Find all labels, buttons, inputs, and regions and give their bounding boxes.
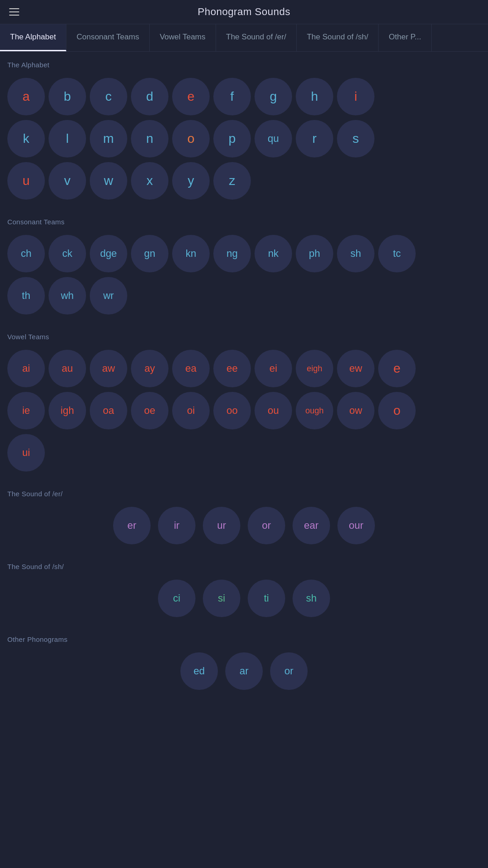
bubble-a[interactable]: a <box>7 78 45 115</box>
bubble-eigh[interactable]: eigh <box>296 350 333 387</box>
section-alphabet: The Alphabet a b c d e f g h i k l m n o… <box>7 61 481 200</box>
bubble-ay[interactable]: ay <box>131 350 168 387</box>
bubble-si[interactable]: si <box>203 580 240 617</box>
tab-alphabet[interactable]: The Alphabet <box>0 24 66 51</box>
tab-consonant-teams[interactable]: Consonant Teams <box>66 24 150 51</box>
section-sound-er-title: The Sound of /er/ <box>7 490 481 498</box>
bubble-x[interactable]: x <box>131 162 168 200</box>
menu-button[interactable] <box>9 8 19 16</box>
bubble-kn[interactable]: kn <box>172 235 210 272</box>
tab-sound-er[interactable]: The Sound of /er/ <box>216 24 297 51</box>
bubble-qu[interactable]: qu <box>255 120 292 157</box>
bubble-igh[interactable]: igh <box>49 392 86 429</box>
bubble-ed[interactable]: ed <box>180 652 218 690</box>
bubble-ou[interactable]: ou <box>255 392 292 429</box>
bubble-ph[interactable]: ph <box>296 235 333 272</box>
bubble-oo[interactable]: oo <box>213 392 251 429</box>
bubble-ch[interactable]: ch <box>7 235 45 272</box>
bubble-e[interactable]: e <box>172 78 210 115</box>
bubble-d[interactable]: d <box>131 78 168 115</box>
bubble-c[interactable]: c <box>90 78 127 115</box>
bubble-k[interactable]: k <box>7 120 45 157</box>
bubble-w[interactable]: w <box>90 162 127 200</box>
bubble-au[interactable]: au <box>49 350 86 387</box>
bubble-sh-c[interactable]: sh <box>337 235 374 272</box>
bubble-sh2[interactable]: sh <box>293 580 330 617</box>
tab-other[interactable]: Other P... <box>379 24 432 51</box>
bubble-ti[interactable]: ti <box>248 580 285 617</box>
bubble-or-er[interactable]: or <box>248 507 285 544</box>
bubble-m[interactable]: m <box>90 120 127 157</box>
bubble-e2[interactable]: e <box>378 350 416 387</box>
alphabet-row-2: k l m n o p qu r s <box>7 120 481 157</box>
bubble-th[interactable]: th <box>7 277 45 315</box>
bubble-s[interactable]: s <box>337 120 374 157</box>
bubble-tc[interactable]: tc <box>378 235 416 272</box>
section-vowel-title: Vowel Teams <box>7 333 481 341</box>
content: The Alphabet a b c d e f g h i k l m n o… <box>0 52 488 727</box>
bubble-ear[interactable]: ear <box>293 507 330 544</box>
bubble-oe[interactable]: oe <box>131 392 168 429</box>
bubble-g[interactable]: g <box>255 78 292 115</box>
bubble-h[interactable]: h <box>296 78 333 115</box>
bubble-or2[interactable]: or <box>270 652 308 690</box>
header: Phonogram Sounds <box>0 0 488 24</box>
bubble-z[interactable]: z <box>213 162 251 200</box>
bubble-ir[interactable]: ir <box>158 507 195 544</box>
bubble-ar[interactable]: ar <box>225 652 263 690</box>
bubble-aw[interactable]: aw <box>90 350 127 387</box>
section-sound-sh-title: The Sound of /sh/ <box>7 563 481 570</box>
bubble-ee[interactable]: ee <box>213 350 251 387</box>
bubble-er[interactable]: er <box>113 507 151 544</box>
consonant-row-2: th wh wr <box>7 277 481 315</box>
tab-vowel-teams[interactable]: Vowel Teams <box>150 24 216 51</box>
bubble-ie[interactable]: ie <box>7 392 45 429</box>
bubble-oa[interactable]: oa <box>90 392 127 429</box>
bubble-ough[interactable]: ough <box>296 392 333 429</box>
section-consonant-title: Consonant Teams <box>7 218 481 226</box>
vowel-row-2: ie igh oa oe oi oo ou ough ow o <box>7 392 481 429</box>
bubble-i[interactable]: i <box>337 78 374 115</box>
section-alphabet-title: The Alphabet <box>7 61 481 69</box>
tab-sound-sh[interactable]: The Sound of /sh/ <box>297 24 379 51</box>
bubble-gn[interactable]: gn <box>131 235 168 272</box>
section-other-title: Other Phonograms <box>7 635 481 643</box>
bubble-b[interactable]: b <box>49 78 86 115</box>
bubble-u[interactable]: u <box>7 162 45 200</box>
sound-er-row: er ir ur or ear our <box>7 507 481 544</box>
section-consonant-teams: Consonant Teams ch ck dge gn kn ng nk ph… <box>7 218 481 315</box>
bubble-ew[interactable]: ew <box>337 350 374 387</box>
consonant-row-1: ch ck dge gn kn ng nk ph sh tc <box>7 235 481 272</box>
section-other-phonograms: Other Phonograms ed ar or <box>7 635 481 690</box>
bubble-ea[interactable]: ea <box>172 350 210 387</box>
vowel-row-1: ai au aw ay ea ee ei eigh ew e <box>7 350 481 387</box>
bubble-nk[interactable]: nk <box>255 235 292 272</box>
bubble-ui[interactable]: ui <box>7 434 45 472</box>
bubble-n[interactable]: n <box>131 120 168 157</box>
alphabet-row-1: a b c d e f g h i <box>7 78 481 115</box>
vowel-row-3: ui <box>7 434 481 472</box>
bubble-oi[interactable]: oi <box>172 392 210 429</box>
bubble-ow[interactable]: ow <box>337 392 374 429</box>
other-phonograms-row: ed ar or <box>7 652 481 690</box>
bubble-our[interactable]: our <box>337 507 375 544</box>
bubble-p[interactable]: p <box>213 120 251 157</box>
bubble-l[interactable]: l <box>49 120 86 157</box>
bubble-dge[interactable]: dge <box>90 235 127 272</box>
bubble-ai[interactable]: ai <box>7 350 45 387</box>
bubble-ci[interactable]: ci <box>158 580 195 617</box>
header-title: Phonogram Sounds <box>198 6 290 18</box>
bubble-o[interactable]: o <box>172 120 210 157</box>
bubble-f[interactable]: f <box>213 78 251 115</box>
bubble-r[interactable]: r <box>296 120 333 157</box>
bubble-ur[interactable]: ur <box>203 507 240 544</box>
bubble-ng[interactable]: ng <box>213 235 251 272</box>
bubble-o2[interactable]: o <box>378 392 416 429</box>
bubble-ck[interactable]: ck <box>49 235 86 272</box>
bubble-v[interactable]: v <box>49 162 86 200</box>
bubble-y[interactable]: y <box>172 162 210 200</box>
bubble-wh[interactable]: wh <box>49 277 86 315</box>
section-sound-sh: The Sound of /sh/ ci si ti sh <box>7 563 481 617</box>
bubble-wr[interactable]: wr <box>90 277 127 315</box>
bubble-ei[interactable]: ei <box>255 350 292 387</box>
